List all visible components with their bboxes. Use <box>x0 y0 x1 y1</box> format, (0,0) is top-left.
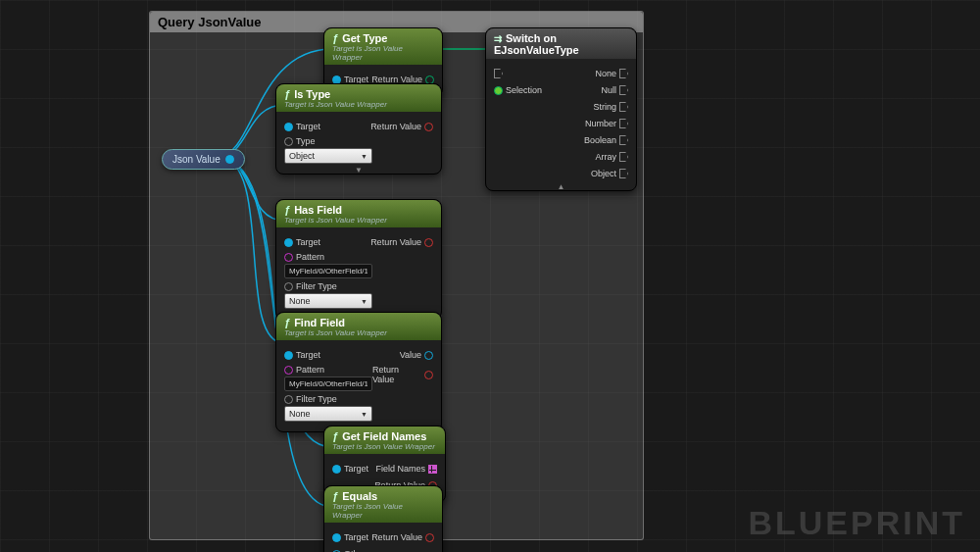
filter-pin[interactable] <box>284 395 293 404</box>
node-subtitle: Target is Json Value Wrapper <box>332 44 434 62</box>
pattern-pin[interactable] <box>284 253 293 262</box>
node-title: Find Field <box>284 317 433 328</box>
target-pin[interactable] <box>332 465 341 474</box>
return-pin[interactable] <box>424 371 433 379</box>
node-header[interactable]: Equals Target is Json Value Wrapper <box>324 486 442 523</box>
node-title: Is Type <box>284 88 433 100</box>
filter-dropdown[interactable]: None <box>284 293 372 309</box>
type-dropdown[interactable]: Object <box>284 148 372 164</box>
exec-out-boolean[interactable] <box>619 135 628 145</box>
node-find-field[interactable]: Find Field Target is Json Value Wrapper … <box>275 312 442 432</box>
node-header[interactable]: Get Type Target is Json Value Wrapper <box>324 28 442 65</box>
node-title: Get Type <box>332 32 434 44</box>
node-title: Switch on EJsonValueType <box>494 32 628 56</box>
target-pin[interactable] <box>284 238 293 247</box>
variable-node-json-value[interactable]: Json Value <box>162 149 245 170</box>
pattern-input[interactable] <box>284 264 372 278</box>
node-title: Has Field <box>284 204 433 216</box>
target-pin[interactable] <box>284 123 293 131</box>
node-title: Get Field Names <box>332 430 437 442</box>
variable-label: Json Value <box>172 154 220 165</box>
node-title: Equals <box>332 490 434 502</box>
exec-out-null[interactable] <box>619 85 628 95</box>
node-switch-ejsonvaluetype[interactable]: Switch on EJsonValueType None Selection … <box>485 27 637 191</box>
exec-out-array[interactable] <box>619 152 628 162</box>
node-header[interactable]: Find Field Target is Json Value Wrapper <box>276 313 441 340</box>
node-header[interactable]: Has Field Target is Json Value Wrapper <box>276 200 441 227</box>
expand-icon[interactable]: ▼ <box>355 166 363 175</box>
expand-icon[interactable]: ▲ <box>558 182 565 191</box>
exec-out-none[interactable] <box>619 69 628 78</box>
exec-out-number[interactable] <box>619 119 628 128</box>
pattern-input[interactable] <box>284 376 372 391</box>
node-subtitle: Target is Json Value Wrapper <box>332 502 434 520</box>
type-pin[interactable] <box>284 137 293 146</box>
node-subtitle: Target is Json Value Wrapper <box>284 328 433 337</box>
blueprint-watermark: BLUEPRINT <box>748 504 965 542</box>
node-has-field[interactable]: Has Field Target is Json Value Wrapper T… <box>275 199 442 320</box>
node-header[interactable]: Switch on EJsonValueType <box>486 28 636 59</box>
filter-pin[interactable] <box>284 282 293 291</box>
return-pin[interactable] <box>424 123 433 131</box>
node-subtitle: Target is Json Value Wrapper <box>332 442 437 451</box>
node-is-type[interactable]: Is Type Target is Json Value Wrapper Tar… <box>275 83 442 175</box>
return-pin[interactable] <box>424 238 433 247</box>
node-subtitle: Target is Json Value Wrapper <box>284 100 433 109</box>
filter-dropdown[interactable]: None <box>284 406 372 422</box>
exec-out-string[interactable] <box>619 102 628 112</box>
node-header[interactable]: Is Type Target is Json Value Wrapper <box>276 84 441 112</box>
node-header[interactable]: Get Field Names Target is Json Value Wra… <box>324 427 445 454</box>
pattern-pin[interactable] <box>284 366 293 375</box>
node-subtitle: Target is Json Value Wrapper <box>284 216 433 225</box>
target-pin[interactable] <box>332 533 341 542</box>
value-out-pin[interactable] <box>424 351 433 360</box>
return-pin[interactable] <box>425 533 434 542</box>
exec-in-pin[interactable] <box>494 69 503 78</box>
fieldnames-array-pin[interactable] <box>428 465 437 474</box>
exec-out-object[interactable] <box>619 169 628 178</box>
target-pin[interactable] <box>284 351 293 360</box>
output-pin[interactable] <box>225 155 234 164</box>
selection-pin[interactable] <box>494 86 503 95</box>
node-equals[interactable]: Equals Target is Json Value Wrapper Targ… <box>323 485 443 552</box>
